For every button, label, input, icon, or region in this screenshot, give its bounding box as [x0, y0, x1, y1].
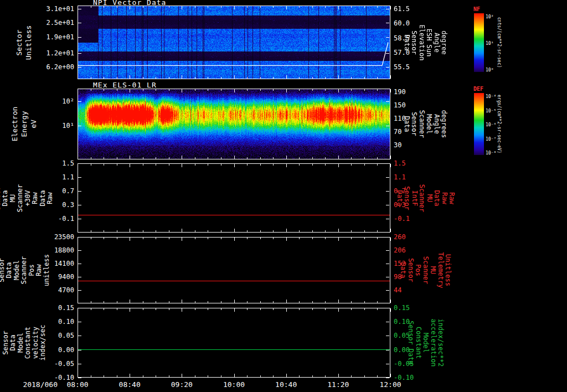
tick-mark [386, 336, 389, 336]
tick-mark [182, 238, 182, 241]
tick-mark [117, 164, 117, 166]
tick-mark [386, 163, 389, 164]
tick-mark [338, 156, 339, 159]
y-tick-label-left: 1.1 [35, 173, 74, 181]
tick-mark [104, 164, 104, 166]
tick-mark [104, 301, 104, 303]
tick-mark [390, 164, 391, 167]
tick-mark [104, 230, 104, 232]
tick-mark [390, 300, 391, 303]
tick-mark [260, 375, 261, 377]
tick-mark [364, 157, 365, 159]
tick-mark [273, 157, 274, 159]
tick-mark [299, 375, 300, 377]
tick-mark [78, 67, 81, 68]
tick-mark [338, 229, 339, 232]
tick-mark [364, 230, 365, 232]
tick-mark [117, 301, 117, 303]
tick-mark [273, 6, 274, 8]
tick-mark [208, 301, 208, 303]
tick-mark [260, 230, 261, 232]
tick-mark [117, 89, 117, 91]
tick-mark [312, 6, 313, 8]
tick-mark [247, 164, 248, 166]
tick-mark [234, 6, 235, 9]
tick-mark [312, 308, 313, 310]
panel-title-els: MEx ELS-01 LR [93, 81, 157, 89]
y-tick-label-left: -0.05 [35, 360, 74, 368]
axis-label-text: Sensor Data Model Constant velocity inde… [2, 324, 47, 360]
tick-mark [91, 157, 91, 159]
tick-mark [351, 6, 352, 8]
tick-mark [364, 89, 365, 91]
tick-mark [338, 164, 339, 167]
y-tick-label-right: 30 [394, 141, 427, 149]
tick-mark [234, 229, 235, 232]
tick-mark [338, 300, 339, 303]
tick-mark [78, 156, 78, 159]
tick-mark [78, 229, 78, 232]
x-tick-label: 10:40 [269, 380, 304, 389]
tick-mark [325, 6, 326, 8]
y-tick-label-left: 1.5 [35, 159, 74, 167]
tick-mark [390, 156, 391, 159]
colorbar-tick-label: 10⁻⁶ [486, 122, 496, 127]
tick-mark [247, 6, 248, 8]
tick-mark [325, 301, 326, 303]
tick-mark [169, 77, 169, 79]
tick-mark [273, 89, 274, 91]
tick-mark [117, 238, 117, 239]
tick-mark [260, 301, 261, 303]
tick-mark [78, 9, 81, 9]
tick-mark [351, 77, 352, 79]
tick-mark [312, 77, 313, 79]
tick-mark [78, 205, 81, 205]
model-scanner-pos-panel [78, 237, 390, 303]
tick-mark [260, 308, 261, 310]
tick-mark [286, 229, 287, 232]
tick-mark [299, 77, 300, 79]
tick-mark [234, 89, 235, 92]
tick-mark [386, 250, 389, 251]
tick-mark [78, 250, 81, 251]
tick-mark [386, 37, 389, 38]
tick-mark [91, 77, 91, 79]
y-tick-label-left: 10² [35, 97, 74, 105]
tick-mark [377, 6, 378, 8]
tick-mark [78, 191, 81, 192]
tick-mark [273, 301, 274, 303]
tick-mark [386, 9, 389, 9]
tick-mark [91, 308, 91, 310]
tick-mark [351, 164, 352, 166]
tick-mark [273, 375, 274, 377]
tick-mark [377, 301, 378, 303]
tick-mark [386, 322, 389, 322]
tick-mark [312, 230, 313, 232]
tick-mark [386, 205, 389, 205]
tick-mark [364, 301, 365, 303]
tick-mark [156, 230, 156, 232]
tick-mark [195, 238, 195, 239]
tick-mark [156, 89, 156, 91]
tick-mark [208, 77, 208, 79]
tick-mark [377, 89, 378, 91]
tick-mark [195, 375, 195, 377]
tick-mark [78, 277, 81, 277]
tick-mark [351, 375, 352, 377]
tick-mark [221, 238, 221, 239]
tick-mark [169, 89, 169, 91]
tick-mark [78, 264, 81, 264]
tick-mark [130, 308, 130, 312]
tick-mark [143, 308, 143, 310]
tick-mark [286, 75, 287, 79]
tick-mark [386, 350, 389, 350]
tick-mark [247, 77, 248, 79]
y-tick-label-right: 1.1 [394, 173, 427, 181]
tick-mark [104, 375, 104, 377]
tick-mark [221, 89, 221, 91]
tick-mark [78, 23, 81, 23]
def-colorbar [474, 93, 484, 155]
tick-mark [104, 6, 104, 8]
tick-mark [91, 6, 91, 8]
tick-mark [364, 375, 365, 377]
